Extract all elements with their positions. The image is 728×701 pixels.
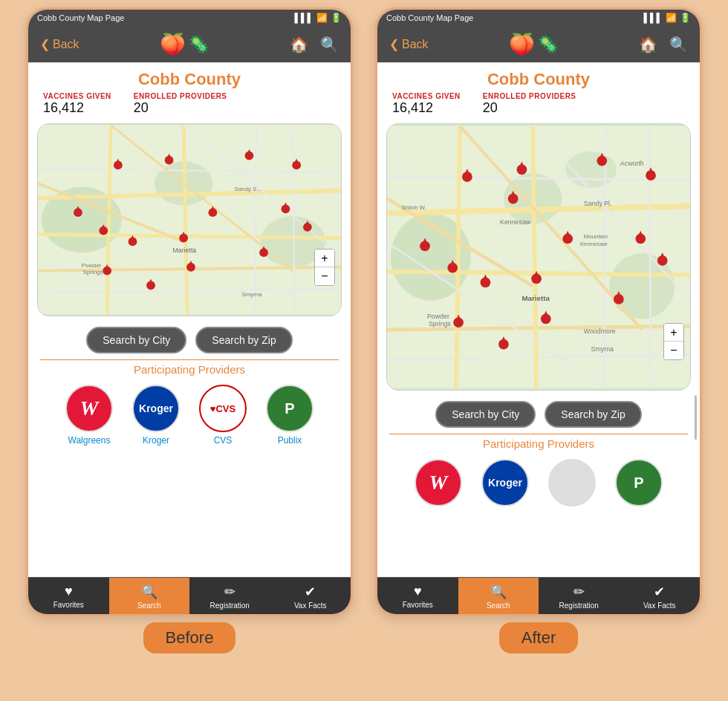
before-providers-stat: ENROLLED PROVIDERS 20 (134, 92, 227, 116)
after-provider-kroger: Kroger (475, 459, 535, 506)
after-nav-bar: ❮ Back 🍑 🦠 🏠 🔍 (377, 26, 700, 62)
before-providers-title: Participating Providers (28, 360, 351, 379)
before-provider-publix: P Publix (260, 385, 319, 446)
before-providers-value: 20 (134, 100, 227, 116)
after-tab-favorites[interactable]: ♥ Favorites (377, 578, 458, 614)
before-map: Marietta Powder Springs Sandy S... Smyrn… (37, 123, 342, 316)
before-cvs-logo: ♥CVS (199, 385, 247, 432)
before-tab-favorites[interactable]: ♥ Favorites (28, 578, 109, 614)
before-tab-search[interactable]: 🔍 Search (109, 578, 190, 614)
before-search-city-button[interactable]: Search by City (86, 327, 186, 353)
before-kroger-name: Kroger (143, 435, 169, 446)
before-back-button[interactable]: ❮ Back (40, 37, 79, 51)
after-phone-wrapper: Cobb County Map Page ▌▌▌ 📶 🔋 ❮ Back 🍑 🦠 (364, 7, 713, 653)
after-zoom-out-button[interactable]: − (664, 342, 683, 359)
before-providers-row: W Walgreens Kroger Kroger ♥CVS (28, 379, 351, 451)
after-search-zip-button[interactable]: Search by Zip (545, 401, 641, 428)
after-tab-search-label: Search (487, 601, 510, 610)
after-signal-icon: ▌▌▌ (643, 13, 663, 23)
before-nav-icons: 🏠 🔍 (290, 36, 339, 53)
before-provider-walgreens: W Walgreens (59, 385, 119, 446)
before-phone-wrapper: Cobb County Map Page ▌▌▌ 📶 🔋 ❮ Back 🍑 🦠 (15, 7, 364, 653)
after-tab-favorites-label: Favorites (403, 601, 433, 609)
favorites-heart-icon: ♥ (65, 584, 73, 599)
before-content: Cobb County VACCINES GIVEN 16,412 ENROLL… (28, 62, 351, 577)
after-vaccines-value: 16,412 (392, 100, 461, 116)
main-container: Cobb County Map Page ▌▌▌ 📶 🔋 ❮ Back 🍑 🦠 (0, 0, 728, 701)
after-provider-walgreens: W (409, 459, 468, 506)
before-provider-cvs: ♥CVS CVS (193, 385, 253, 446)
after-search-magnify-icon: 🔍 (490, 584, 507, 600)
after-walgreens-w-icon: W (429, 471, 448, 495)
virus-icon: 🦠 (189, 35, 209, 54)
before-walgreens-name: Walgreens (68, 435, 111, 446)
cvs-text-icon: ♥CVS (210, 403, 235, 414)
after-vaccines-stat: VACCINES GIVEN 16,412 (392, 92, 461, 116)
before-tab-registration[interactable]: ✏ Registration (189, 578, 270, 614)
before-tab-vaxfacts-label: Vax Facts (294, 601, 327, 610)
vaxfacts-check-icon: ✔ (305, 584, 316, 600)
svg-text:Powder: Powder (427, 313, 449, 320)
after-provider-cvs (542, 459, 602, 506)
before-publix-logo: P (266, 385, 313, 432)
walgreens-w-icon: W (80, 397, 99, 420)
after-publix-text-icon: P (634, 475, 643, 492)
after-registration-pencil-icon: ✏ (573, 584, 585, 600)
before-tab-vaxfacts[interactable]: ✔ Vax Facts (270, 578, 351, 614)
after-map-svg: Marietta Powder Springs Sandy Pl. Smyrna… (387, 124, 690, 390)
zoom-in-button[interactable]: + (315, 250, 334, 267)
after-search-icon[interactable]: 🔍 (669, 36, 688, 53)
before-tab-bar: ♥ Favorites 🔍 Search ✏ Registration ✔ Va… (28, 577, 351, 614)
before-nav-bar: ❮ Back 🍑 🦠 🏠 🔍 (28, 26, 351, 62)
battery-icon: 🔋 (331, 13, 342, 23)
after-walgreens-logo: W (415, 459, 462, 506)
before-search-buttons: Search by City Search by Zip (28, 321, 351, 359)
after-providers-row: W Kroger (377, 453, 700, 512)
after-tab-registration-label: Registration (559, 601, 599, 610)
svg-text:Sandy Pl.: Sandy Pl. (584, 200, 612, 207)
after-nav-icons: 🏠 🔍 (639, 36, 688, 53)
search-magnify-icon: 🔍 (141, 584, 157, 600)
peach-icon: 🍑 (160, 32, 186, 56)
after-providers-stat: ENROLLED PROVIDERS 20 (483, 92, 576, 116)
after-content: Cobb County VACCINES GIVEN 16,412 ENROLL… (377, 62, 700, 577)
svg-text:Shiloh W.: Shiloh W. (402, 204, 426, 211)
before-publix-name: Publix (278, 435, 302, 446)
kroger-text-icon: Kroger (139, 402, 173, 414)
after-publix-logo: P (615, 459, 663, 506)
after-kroger-text-icon: Kroger (488, 477, 522, 489)
before-status-icons: ▌▌▌ 📶 🔋 (294, 13, 342, 23)
signal-icon: ▌▌▌ (294, 13, 313, 23)
before-map-svg: Marietta Powder Springs Sandy S... Smyrn… (38, 124, 341, 316)
back-label: Back (53, 38, 79, 51)
after-virus-icon: 🦠 (538, 35, 558, 54)
after-tab-vaxfacts[interactable]: ✔ Vax Facts (620, 578, 701, 614)
after-back-label: Back (402, 38, 429, 51)
wifi-icon: 📶 (316, 13, 328, 23)
after-county-title: Cobb County (377, 62, 700, 89)
after-search-city-button[interactable]: Search by City (435, 401, 536, 428)
after-vaccines-label: VACCINES GIVEN (392, 92, 461, 100)
after-kroger-logo: Kroger (481, 459, 529, 506)
before-walgreens-logo: W (65, 385, 113, 432)
svg-text:Kennesaw: Kennesaw (580, 241, 608, 247)
after-tab-registration[interactable]: ✏ Registration (539, 578, 620, 614)
before-status-title: Cobb County Map Page (37, 13, 124, 22)
after-map-zoom: + − (663, 323, 684, 360)
search-icon[interactable]: 🔍 (320, 36, 339, 53)
after-peach-icon: 🍑 (509, 32, 535, 56)
before-cvs-name: CVS (214, 435, 233, 446)
after-zoom-in-button[interactable]: + (664, 324, 683, 342)
before-vaccines-label: VACCINES GIVEN (43, 92, 111, 100)
svg-text:Sandy S...: Sandy S... (235, 186, 261, 192)
home-icon[interactable]: 🏠 (290, 36, 308, 53)
after-home-icon[interactable]: 🏠 (639, 36, 657, 53)
after-back-button[interactable]: ❮ Back (389, 37, 429, 51)
before-tab-favorites-label: Favorites (53, 601, 84, 609)
after-tab-search[interactable]: 🔍 Search (458, 578, 539, 614)
zoom-out-button[interactable]: − (315, 267, 334, 285)
before-search-zip-button[interactable]: Search by Zip (195, 327, 292, 353)
svg-text:Smyrna: Smyrna (242, 291, 263, 298)
before-phone: Cobb County Map Page ▌▌▌ 📶 🔋 ❮ Back 🍑 🦠 (26, 7, 353, 616)
after-vaxfacts-check-icon: ✔ (654, 584, 665, 600)
